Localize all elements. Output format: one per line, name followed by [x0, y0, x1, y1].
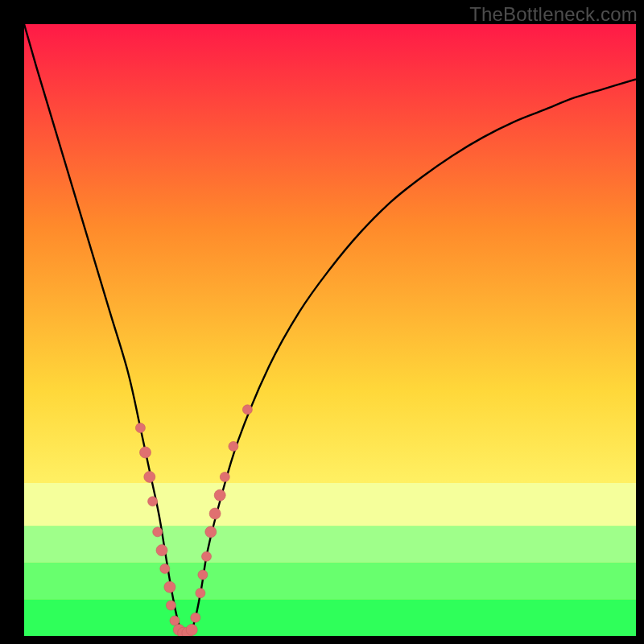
bottom-bands [24, 483, 636, 636]
curve-marker [153, 527, 163, 537]
curve-marker [156, 545, 167, 556]
band-pale-band [24, 483, 636, 526]
curve-marker [198, 570, 208, 580]
band-light-green [24, 526, 636, 563]
chart-frame: TheBottleneck.com [0, 0, 644, 644]
watermark-text: TheBottleneck.com [469, 3, 638, 26]
curve-marker [196, 588, 205, 598]
curve-marker [191, 613, 200, 622]
curve-marker [144, 471, 155, 482]
curve-marker [242, 405, 252, 415]
curve-marker [229, 441, 238, 451]
curve-marker [135, 423, 145, 433]
band-mid-green [24, 563, 636, 600]
chart-svg [24, 24, 636, 636]
curve-marker [205, 526, 217, 538]
curve-marker [166, 601, 175, 610]
curve-marker [209, 508, 221, 519]
curve-marker [202, 551, 212, 561]
curve-marker [164, 581, 175, 592]
curve-marker [140, 447, 151, 458]
bottleneck-chart [24, 24, 636, 636]
curve-marker [148, 497, 158, 506]
curve-marker [160, 564, 170, 573]
curve-marker [220, 472, 229, 481]
curve-marker [186, 624, 197, 635]
curve-marker [214, 489, 225, 501]
band-green [24, 599, 636, 636]
